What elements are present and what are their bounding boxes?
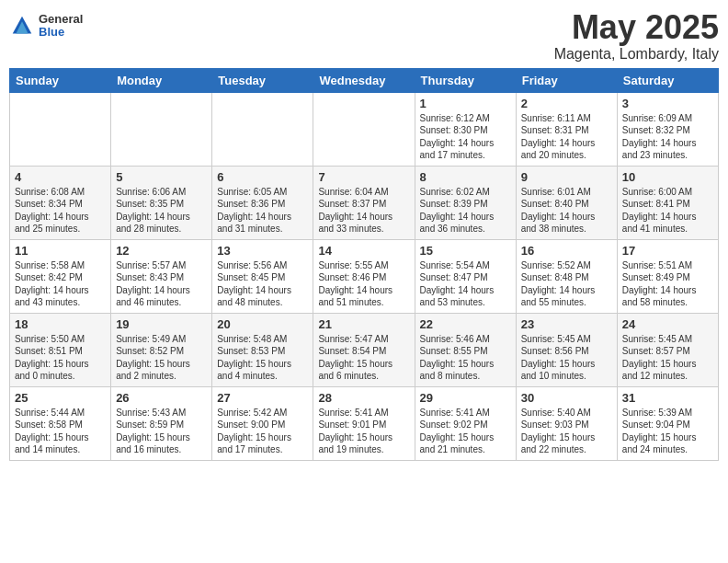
logo-blue: Blue xyxy=(39,26,83,39)
day-number: 7 xyxy=(318,170,409,184)
day-cell: 19Sunrise: 5:49 AMSunset: 8:52 PMDayligh… xyxy=(111,313,212,386)
day-number: 21 xyxy=(318,317,409,331)
day-number: 29 xyxy=(420,391,511,405)
week-row-1: 4Sunrise: 6:08 AMSunset: 8:34 PMDaylight… xyxy=(10,166,719,239)
day-cell: 8Sunrise: 6:02 AMSunset: 8:39 PMDaylight… xyxy=(415,166,516,239)
day-cell: 27Sunrise: 5:42 AMSunset: 9:00 PMDayligh… xyxy=(212,386,313,460)
day-number: 25 xyxy=(15,391,106,405)
day-cell: 16Sunrise: 5:52 AMSunset: 8:48 PMDayligh… xyxy=(516,239,617,313)
day-number: 23 xyxy=(521,317,612,331)
day-number: 17 xyxy=(622,244,713,258)
calendar-header: SundayMondayTuesdayWednesdayThursdayFrid… xyxy=(10,68,719,92)
day-number: 3 xyxy=(622,97,713,110)
calendar: SundayMondayTuesdayWednesdayThursdayFrid… xyxy=(9,68,719,461)
day-number: 19 xyxy=(116,317,207,331)
day-number: 1 xyxy=(420,97,511,110)
day-info: Sunrise: 5:50 AMSunset: 8:51 PMDaylight:… xyxy=(15,333,106,383)
day-cell: 7Sunrise: 6:04 AMSunset: 8:37 PMDaylight… xyxy=(313,166,415,239)
day-cell: 29Sunrise: 5:41 AMSunset: 9:02 PMDayligh… xyxy=(415,386,516,460)
day-number: 12 xyxy=(116,244,207,258)
day-cell xyxy=(212,92,313,166)
month-title: May 2025 xyxy=(554,9,719,46)
day-cell: 15Sunrise: 5:54 AMSunset: 8:47 PMDayligh… xyxy=(415,239,516,313)
day-info: Sunrise: 6:05 AMSunset: 8:36 PMDaylight:… xyxy=(217,186,308,236)
day-number: 16 xyxy=(521,244,612,258)
week-row-3: 18Sunrise: 5:50 AMSunset: 8:51 PMDayligh… xyxy=(10,313,719,386)
day-info: Sunrise: 5:46 AMSunset: 8:55 PMDaylight:… xyxy=(420,333,511,383)
day-cell: 22Sunrise: 5:46 AMSunset: 8:55 PMDayligh… xyxy=(415,313,516,386)
day-cell: 12Sunrise: 5:57 AMSunset: 8:43 PMDayligh… xyxy=(111,239,212,313)
day-cell xyxy=(313,92,415,166)
day-cell: 4Sunrise: 6:08 AMSunset: 8:34 PMDaylight… xyxy=(10,166,111,239)
day-info: Sunrise: 6:11 AMSunset: 8:31 PMDaylight:… xyxy=(521,112,612,162)
day-number: 10 xyxy=(622,170,713,184)
day-number: 2 xyxy=(521,97,612,110)
header-wednesday: Wednesday xyxy=(313,68,415,92)
day-number: 8 xyxy=(420,170,511,184)
day-cell: 17Sunrise: 5:51 AMSunset: 8:49 PMDayligh… xyxy=(617,239,718,313)
header-row: SundayMondayTuesdayWednesdayThursdayFrid… xyxy=(10,68,719,92)
day-cell: 9Sunrise: 6:01 AMSunset: 8:40 PMDaylight… xyxy=(516,166,617,239)
day-info: Sunrise: 5:42 AMSunset: 9:00 PMDaylight:… xyxy=(217,407,308,456)
header-tuesday: Tuesday xyxy=(212,68,313,92)
day-info: Sunrise: 6:09 AMSunset: 8:32 PMDaylight:… xyxy=(622,112,713,162)
day-info: Sunrise: 5:52 AMSunset: 8:48 PMDaylight:… xyxy=(521,259,612,309)
day-cell: 14Sunrise: 5:55 AMSunset: 8:46 PMDayligh… xyxy=(313,239,415,313)
day-cell: 30Sunrise: 5:40 AMSunset: 9:03 PMDayligh… xyxy=(516,386,617,460)
day-info: Sunrise: 5:49 AMSunset: 8:52 PMDaylight:… xyxy=(116,333,207,383)
day-cell: 1Sunrise: 6:12 AMSunset: 8:30 PMDaylight… xyxy=(415,92,516,166)
day-info: Sunrise: 5:51 AMSunset: 8:49 PMDaylight:… xyxy=(622,259,713,309)
day-cell: 21Sunrise: 5:47 AMSunset: 8:54 PMDayligh… xyxy=(313,313,415,386)
logo: General Blue xyxy=(9,13,83,40)
day-number: 31 xyxy=(622,391,713,405)
header-saturday: Saturday xyxy=(617,68,718,92)
day-info: Sunrise: 5:41 AMSunset: 9:02 PMDaylight:… xyxy=(420,407,511,456)
day-cell: 28Sunrise: 5:41 AMSunset: 9:01 PMDayligh… xyxy=(313,386,415,460)
day-info: Sunrise: 6:12 AMSunset: 8:30 PMDaylight:… xyxy=(420,112,511,162)
page-header: General Blue May 2025 Magenta, Lombardy,… xyxy=(9,9,719,63)
day-info: Sunrise: 6:01 AMSunset: 8:40 PMDaylight:… xyxy=(521,186,612,236)
day-cell: 13Sunrise: 5:56 AMSunset: 8:45 PMDayligh… xyxy=(212,239,313,313)
day-info: Sunrise: 6:00 AMSunset: 8:41 PMDaylight:… xyxy=(622,186,713,236)
day-number: 20 xyxy=(217,317,308,331)
day-info: Sunrise: 6:08 AMSunset: 8:34 PMDaylight:… xyxy=(15,186,106,236)
day-number: 14 xyxy=(318,244,409,258)
day-info: Sunrise: 5:40 AMSunset: 9:03 PMDaylight:… xyxy=(521,407,612,456)
day-number: 4 xyxy=(15,170,106,184)
day-info: Sunrise: 5:48 AMSunset: 8:53 PMDaylight:… xyxy=(217,333,308,383)
day-info: Sunrise: 5:58 AMSunset: 8:42 PMDaylight:… xyxy=(15,259,106,309)
day-number: 15 xyxy=(420,244,511,258)
day-info: Sunrise: 5:45 AMSunset: 8:57 PMDaylight:… xyxy=(622,333,713,383)
day-cell: 26Sunrise: 5:43 AMSunset: 8:59 PMDayligh… xyxy=(111,386,212,460)
title-block: May 2025 Magenta, Lombardy, Italy xyxy=(554,9,719,63)
day-info: Sunrise: 6:06 AMSunset: 8:35 PMDaylight:… xyxy=(116,186,207,236)
day-info: Sunrise: 6:04 AMSunset: 8:37 PMDaylight:… xyxy=(318,186,409,236)
day-info: Sunrise: 5:57 AMSunset: 8:43 PMDaylight:… xyxy=(116,259,207,309)
day-info: Sunrise: 5:39 AMSunset: 9:04 PMDaylight:… xyxy=(622,407,713,456)
day-cell: 20Sunrise: 5:48 AMSunset: 8:53 PMDayligh… xyxy=(212,313,313,386)
header-monday: Monday xyxy=(111,68,212,92)
day-number: 13 xyxy=(217,244,308,258)
calendar-body: 1Sunrise: 6:12 AMSunset: 8:30 PMDaylight… xyxy=(10,92,719,460)
day-info: Sunrise: 5:41 AMSunset: 9:01 PMDaylight:… xyxy=(318,407,409,456)
day-cell: 2Sunrise: 6:11 AMSunset: 8:31 PMDaylight… xyxy=(516,92,617,166)
week-row-0: 1Sunrise: 6:12 AMSunset: 8:30 PMDaylight… xyxy=(10,92,719,166)
day-info: Sunrise: 5:44 AMSunset: 8:58 PMDaylight:… xyxy=(15,407,106,456)
day-number: 30 xyxy=(521,391,612,405)
day-cell xyxy=(111,92,212,166)
day-number: 24 xyxy=(622,317,713,331)
header-friday: Friday xyxy=(516,68,617,92)
logo-general: General xyxy=(39,13,83,26)
day-info: Sunrise: 5:43 AMSunset: 8:59 PMDaylight:… xyxy=(116,407,207,456)
day-cell: 11Sunrise: 5:58 AMSunset: 8:42 PMDayligh… xyxy=(10,239,111,313)
day-info: Sunrise: 5:55 AMSunset: 8:46 PMDaylight:… xyxy=(318,259,409,309)
day-cell xyxy=(10,92,111,166)
day-cell: 6Sunrise: 6:05 AMSunset: 8:36 PMDaylight… xyxy=(212,166,313,239)
header-thursday: Thursday xyxy=(415,68,516,92)
day-number: 18 xyxy=(15,317,106,331)
day-info: Sunrise: 5:47 AMSunset: 8:54 PMDaylight:… xyxy=(318,333,409,383)
day-number: 6 xyxy=(217,170,308,184)
day-number: 27 xyxy=(217,391,308,405)
logo-icon xyxy=(9,13,35,39)
day-cell: 18Sunrise: 5:50 AMSunset: 8:51 PMDayligh… xyxy=(10,313,111,386)
